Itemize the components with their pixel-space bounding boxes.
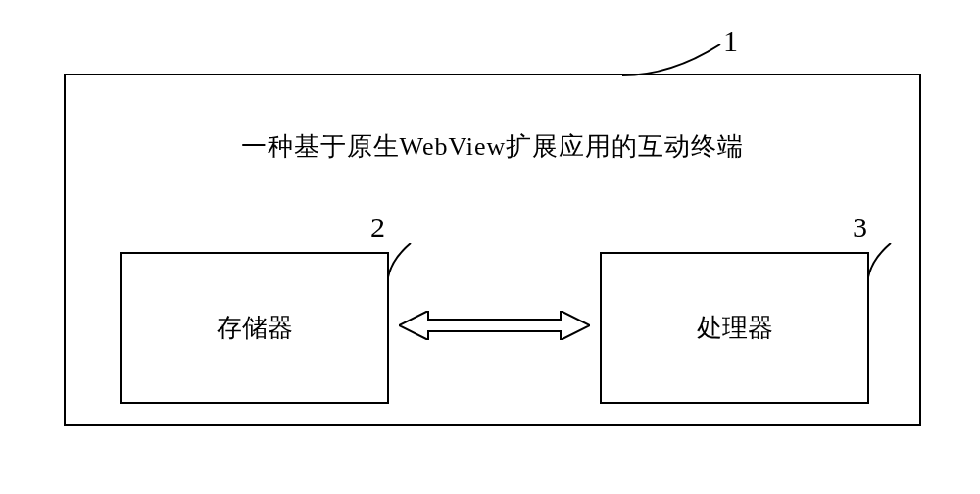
box-processor: 处理器 <box>600 252 869 404</box>
box-storage: 存储器 <box>120 252 389 404</box>
box-processor-label: 处理器 <box>697 311 773 345</box>
bidirectional-arrow-icon <box>399 311 590 340</box>
label-3: 3 <box>853 211 867 244</box>
label-2: 2 <box>370 211 385 244</box>
svg-marker-0 <box>399 311 590 340</box>
box-storage-label: 存储器 <box>217 311 293 345</box>
diagram-container: 一种基于原生WebView扩展应用的互动终端 存储器 处理器 <box>64 74 921 426</box>
label-1: 1 <box>723 25 738 58</box>
diagram-title: 一种基于原生WebView扩展应用的互动终端 <box>66 129 919 164</box>
